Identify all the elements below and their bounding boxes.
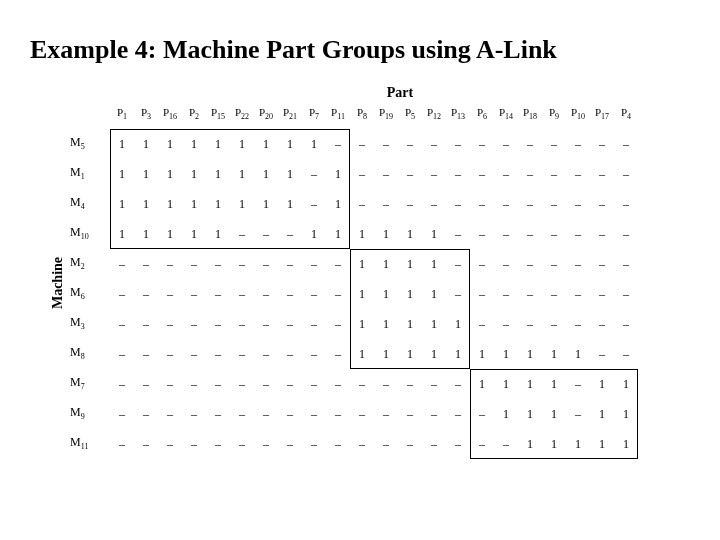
matrix-cell: – bbox=[230, 249, 254, 279]
matrix-cell: – bbox=[518, 219, 542, 249]
matrix-cell: – bbox=[254, 309, 278, 339]
matrix-cell: 1 bbox=[206, 159, 230, 189]
matrix-cell: – bbox=[590, 129, 614, 159]
matrix-cell: 1 bbox=[302, 129, 326, 159]
matrix-cell: 1 bbox=[422, 219, 446, 249]
col-header: P16 bbox=[158, 107, 182, 129]
matrix-figure: Part Machine P1P3P16P2P15P22P20P21P7P11P… bbox=[70, 85, 690, 459]
matrix-cell: 1 bbox=[422, 339, 446, 369]
matrix-cell: 1 bbox=[374, 339, 398, 369]
matrix-cell: – bbox=[374, 189, 398, 219]
matrix-cell: – bbox=[326, 129, 350, 159]
matrix-cell: – bbox=[230, 339, 254, 369]
matrix-cell: 1 bbox=[326, 219, 350, 249]
matrix-cell: – bbox=[278, 339, 302, 369]
matrix-cell: – bbox=[374, 369, 398, 399]
matrix-cell: 1 bbox=[254, 189, 278, 219]
matrix-cell: – bbox=[326, 399, 350, 429]
axis-label-top: Part bbox=[110, 85, 690, 101]
matrix-cell: – bbox=[398, 369, 422, 399]
matrix-cell: 1 bbox=[446, 339, 470, 369]
matrix-cell: 1 bbox=[254, 159, 278, 189]
matrix-cell: 1 bbox=[542, 369, 566, 399]
matrix-cell: – bbox=[350, 189, 374, 219]
matrix-cell: – bbox=[182, 429, 206, 459]
matrix-cell: – bbox=[398, 429, 422, 459]
matrix-cell: – bbox=[494, 189, 518, 219]
matrix-cell: 1 bbox=[590, 399, 614, 429]
matrix-cell: – bbox=[542, 279, 566, 309]
matrix-cell: – bbox=[374, 129, 398, 159]
matrix-cell: – bbox=[566, 189, 590, 219]
matrix-cell: – bbox=[542, 249, 566, 279]
matrix-cell: 1 bbox=[182, 189, 206, 219]
matrix-cell: 1 bbox=[182, 129, 206, 159]
matrix-cell: – bbox=[278, 249, 302, 279]
matrix-cell: – bbox=[494, 159, 518, 189]
matrix-cell: 1 bbox=[110, 129, 134, 159]
matrix-cell: – bbox=[254, 219, 278, 249]
matrix-cell: 1 bbox=[350, 249, 374, 279]
matrix-cell: – bbox=[302, 429, 326, 459]
matrix-cell: 1 bbox=[398, 309, 422, 339]
matrix-cell: – bbox=[566, 309, 590, 339]
matrix-cell: – bbox=[206, 429, 230, 459]
col-header: P5 bbox=[398, 107, 422, 129]
col-header: P17 bbox=[590, 107, 614, 129]
matrix-cell: – bbox=[374, 159, 398, 189]
matrix-cell: 1 bbox=[182, 219, 206, 249]
matrix-cell: – bbox=[254, 249, 278, 279]
matrix-cell: – bbox=[446, 399, 470, 429]
matrix-cell: 1 bbox=[518, 369, 542, 399]
matrix-cell: – bbox=[590, 189, 614, 219]
matrix-cell: 1 bbox=[422, 249, 446, 279]
matrix-cell: – bbox=[542, 309, 566, 339]
matrix-cell: – bbox=[614, 309, 638, 339]
matrix-cell: 1 bbox=[542, 429, 566, 459]
matrix-cell: 1 bbox=[158, 189, 182, 219]
matrix-cell: – bbox=[302, 309, 326, 339]
matrix-cell: – bbox=[326, 279, 350, 309]
matrix-cell: – bbox=[230, 219, 254, 249]
matrix-cell: – bbox=[446, 369, 470, 399]
col-header: P10 bbox=[566, 107, 590, 129]
matrix-cell: – bbox=[182, 399, 206, 429]
matrix-cell: – bbox=[134, 279, 158, 309]
matrix-cell: – bbox=[134, 399, 158, 429]
matrix-cell: – bbox=[542, 129, 566, 159]
matrix-cell: – bbox=[518, 249, 542, 279]
matrix-cell: 1 bbox=[110, 159, 134, 189]
matrix-cell: – bbox=[134, 369, 158, 399]
matrix-cell: – bbox=[326, 429, 350, 459]
matrix-cell: 1 bbox=[542, 339, 566, 369]
matrix-cell: – bbox=[326, 249, 350, 279]
matrix-cell: 1 bbox=[278, 159, 302, 189]
matrix-cell: 1 bbox=[398, 249, 422, 279]
matrix-cell: – bbox=[494, 429, 518, 459]
matrix-cell: 1 bbox=[614, 399, 638, 429]
matrix-cell: – bbox=[182, 249, 206, 279]
matrix-cell: – bbox=[230, 279, 254, 309]
matrix-cell: – bbox=[230, 309, 254, 339]
matrix-cell: 1 bbox=[494, 399, 518, 429]
matrix-cell: – bbox=[614, 279, 638, 309]
matrix-cell: – bbox=[566, 249, 590, 279]
matrix-cell: 1 bbox=[398, 279, 422, 309]
matrix-cell: – bbox=[446, 189, 470, 219]
col-header: P4 bbox=[614, 107, 638, 129]
matrix-cell: – bbox=[566, 129, 590, 159]
matrix-cell: – bbox=[158, 279, 182, 309]
matrix-cell: – bbox=[398, 159, 422, 189]
matrix-cell: – bbox=[134, 339, 158, 369]
matrix-cell: – bbox=[110, 249, 134, 279]
matrix-cell: – bbox=[182, 339, 206, 369]
matrix-cell: – bbox=[446, 129, 470, 159]
row-header: M8 bbox=[70, 339, 110, 369]
matrix-cell: – bbox=[278, 429, 302, 459]
matrix-cell: 1 bbox=[134, 159, 158, 189]
matrix-cell: – bbox=[590, 249, 614, 279]
matrix-cell: – bbox=[206, 339, 230, 369]
page-title: Example 4: Machine Part Groups using A-L… bbox=[30, 35, 690, 65]
matrix-cell: – bbox=[590, 309, 614, 339]
matrix-cell: – bbox=[110, 369, 134, 399]
